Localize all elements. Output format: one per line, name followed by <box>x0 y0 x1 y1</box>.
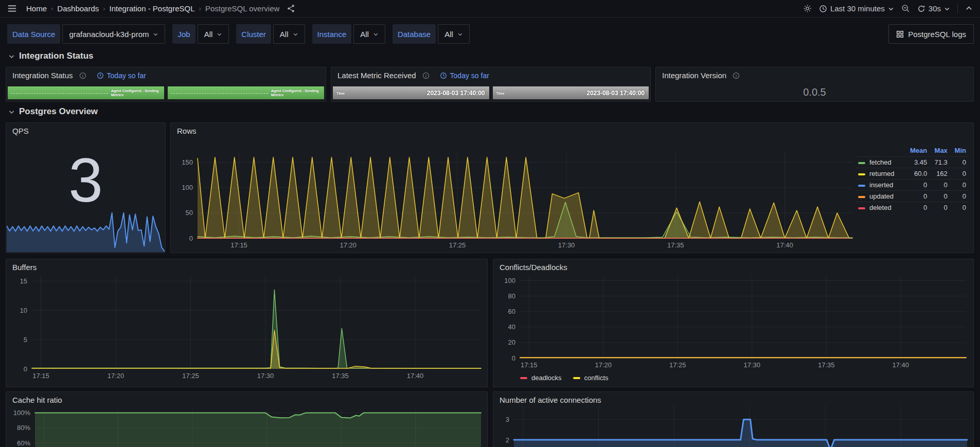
panel-time-info: Today so far <box>97 71 146 80</box>
dashboard-settings-gear-icon[interactable] <box>803 4 812 13</box>
chevron-down-icon <box>8 109 15 115</box>
svg-text:15: 15 <box>20 277 27 285</box>
legend-row-updated: updated 0 0 0 <box>856 191 968 202</box>
buffers-chart[interactable]: 05101517:1517:2017:2517:3017:3517:40 <box>6 259 487 387</box>
refresh-picker[interactable]: 30s <box>917 4 950 13</box>
latest-metric-bars: Time 2023-08-03 17:40:00 Time 2023-08-03… <box>333 86 649 99</box>
datasource-variable: Data Source grafanacloud-k3d-prom <box>7 24 165 44</box>
database-select[interactable]: All <box>438 24 470 44</box>
status-bar-label: Agent Configured - Sending Metrics <box>111 89 164 97</box>
svg-text:50: 50 <box>186 209 193 217</box>
svg-text:17:35: 17:35 <box>818 361 835 369</box>
active-connections-chart[interactable]: 321017:1517:2017:2517:3017:3517:40 <box>493 392 973 447</box>
breadcrumb-separator: › <box>103 5 105 12</box>
refresh-interval-label: 30s <box>929 4 941 13</box>
dashboard-variables-row: Data Source grafanacloud-k3d-prom Job Al… <box>7 24 974 44</box>
svg-text:17:15: 17:15 <box>32 372 49 380</box>
datasource-select[interactable]: grafanacloud-k3d-prom <box>62 24 165 44</box>
instance-select[interactable]: All <box>353 24 385 44</box>
series-swatch <box>858 207 865 209</box>
section-integration-status[interactable]: Integration Status <box>8 51 94 61</box>
breadcrumb-separator: › <box>199 5 201 12</box>
legend-min-value: 0 <box>950 202 968 213</box>
qps-sparkline-chart[interactable] <box>7 210 165 252</box>
info-icon[interactable] <box>422 72 430 79</box>
svg-text:100: 100 <box>504 277 515 284</box>
breadcrumb-integration-postgresql[interactable]: Integration - PostgreSQL <box>110 4 195 13</box>
chevron-down-icon <box>217 31 222 37</box>
section-postgres-overview[interactable]: Postgres Overview <box>8 106 98 117</box>
job-select[interactable]: All <box>198 24 229 44</box>
chevron-down-icon <box>373 31 379 37</box>
metric-time-bar[interactable]: Time 2023-08-03 17:40:00 <box>493 86 649 99</box>
svg-text:17:20: 17:20 <box>108 372 124 380</box>
database-variable: Database All <box>393 24 470 44</box>
legend-min-value: 0 <box>950 157 968 168</box>
svg-text:17:25: 17:25 <box>449 241 466 249</box>
svg-text:100%: 100% <box>13 409 31 417</box>
legend-mean-value: 60.0 <box>904 168 929 180</box>
conflicts-deadlocks-chart[interactable]: 02040608010017:1517:2017:2517:3017:3517:… <box>493 259 973 387</box>
legend-max-value: 71.3 <box>929 157 950 168</box>
hamburger-menu-icon[interactable] <box>7 4 17 13</box>
panel-title[interactable]: Latest Metric Received <box>337 71 416 80</box>
time-range-picker[interactable]: Last 30 minutes <box>819 4 894 13</box>
chevron-down-icon <box>8 53 15 60</box>
info-icon[interactable] <box>79 72 86 79</box>
database-label: Database <box>393 24 436 44</box>
svg-text:60%: 60% <box>17 439 30 447</box>
legend-series-toggle[interactable]: fetched <box>856 157 904 168</box>
series-swatch <box>858 162 865 164</box>
breadcrumb-home[interactable]: Home <box>26 4 47 13</box>
legend-series-toggle[interactable]: inserted <box>856 180 904 191</box>
series-swatch <box>573 377 580 379</box>
legend-mean-value: 0 <box>904 180 929 191</box>
metric-timestamp: 2023-08-03 17:40:00 <box>586 90 645 97</box>
latest-metric-received-panel: Latest Metric Received Today so far Time… <box>331 67 651 102</box>
integration-version-panel: Integration Version 0.0.5 <box>655 67 974 102</box>
rows-chart[interactable]: 05010015017:1517:2017:2517:3017:3517:40 <box>171 123 973 253</box>
breadcrumb-dashboards[interactable]: Dashboards <box>57 4 99 13</box>
legend-series-toggle[interactable]: deadlocks <box>520 374 562 382</box>
series-swatch <box>858 173 865 175</box>
panel-title[interactable]: Integration Version <box>662 71 726 80</box>
breadcrumb: Home › Dashboards › Integration - Postgr… <box>26 4 279 13</box>
metric-time-bar[interactable]: Time 2023-08-03 17:40:00 <box>333 86 489 99</box>
legend-mean-header[interactable]: Mean <box>904 146 929 157</box>
legend-min-value: 0 <box>950 180 968 191</box>
rows-legend-table: Mean Max Min fetched 3.45 71.3 0 returne… <box>856 146 968 213</box>
legend-max-value: 0 <box>929 180 950 191</box>
collapse-topbar-caret-up-icon[interactable] <box>965 5 973 12</box>
legend-series-toggle[interactable]: returned <box>856 168 904 180</box>
info-icon[interactable] <box>733 72 740 79</box>
chevron-down-icon <box>888 6 894 12</box>
series-swatch <box>858 196 865 198</box>
svg-text:17:30: 17:30 <box>558 241 575 249</box>
job-label: Job <box>172 24 195 44</box>
legend-max-header[interactable]: Max <box>929 146 950 157</box>
qps-panel: QPS 3 <box>6 122 166 253</box>
share-icon[interactable] <box>287 4 295 13</box>
cache-hit-ratio-chart[interactable]: 100%80%60%40%20%0%17:1517:2017:2517:3017… <box>6 392 487 447</box>
svg-text:17:35: 17:35 <box>667 241 684 249</box>
status-timeline-bar[interactable]: Agent Configured - Sending Metrics <box>168 86 324 99</box>
cluster-select[interactable]: All <box>273 24 305 44</box>
chevron-down-icon <box>457 31 463 37</box>
postgresql-logs-button[interactable]: PostgreSQL logs <box>888 24 974 44</box>
legend-series-toggle[interactable]: deleted <box>856 202 904 213</box>
svg-text:2: 2 <box>506 436 509 444</box>
section-title: Postgres Overview <box>19 106 98 117</box>
legend-min-header[interactable]: Min <box>950 146 968 157</box>
status-timeline-bar[interactable]: Agent Configured - Sending Metrics <box>8 86 164 99</box>
time-info-label: Today so far <box>107 71 146 80</box>
panel-title[interactable]: Integration Status <box>12 71 73 80</box>
legend-series-toggle[interactable]: updated <box>856 191 904 202</box>
panel-title[interactable]: QPS <box>12 127 29 135</box>
svg-text:0: 0 <box>512 354 515 362</box>
legend-min-value: 0 <box>950 191 968 202</box>
refresh-icon <box>917 5 925 13</box>
instance-label: Instance <box>312 24 352 44</box>
legend-series-toggle[interactable]: conflicts <box>573 374 609 382</box>
chevron-down-icon <box>153 31 158 37</box>
zoom-out-time-icon[interactable] <box>901 4 910 13</box>
